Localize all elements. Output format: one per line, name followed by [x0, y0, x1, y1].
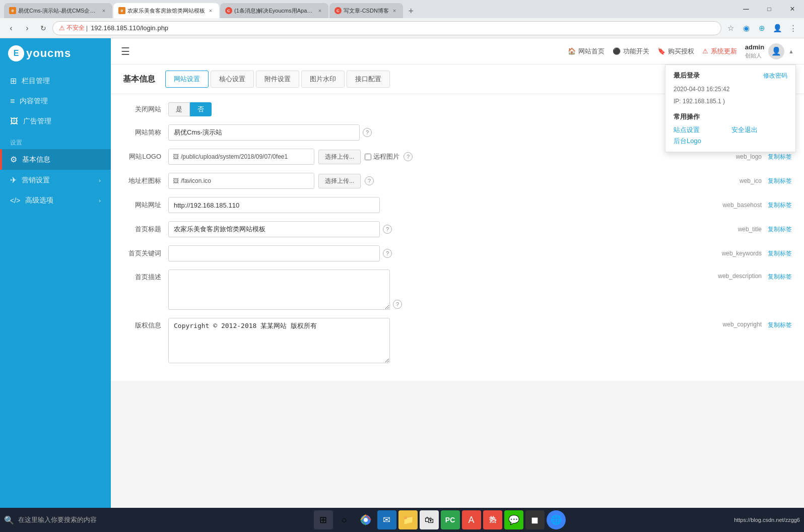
taskbar-chrome-app-icon[interactable]	[356, 510, 375, 529]
taskbar-wechat-icon[interactable]: 💬	[504, 510, 523, 529]
favicon-help-icon[interactable]: ?	[365, 176, 374, 185]
tab-1[interactable]: e 易优Cms-演示站-易优CMS企业... ×	[4, 3, 112, 18]
description-field: ?	[168, 270, 402, 310]
bookmark-icon[interactable]: ☆	[723, 21, 738, 35]
copyright-textarea[interactable]: Copyright © 2012-2018 某某网站 版权所有	[168, 318, 390, 363]
header-user[interactable]: admin 创始人 👤 ▲	[745, 43, 794, 59]
tab4-favicon: C	[334, 7, 342, 14]
dropdown-safe-logout[interactable]: 安全退出	[731, 125, 787, 135]
taskbar-globe-icon[interactable]: 🌐	[547, 510, 566, 529]
tab2-close[interactable]: ×	[207, 7, 214, 14]
favicon-upload-btn[interactable]: 选择上传...	[318, 174, 361, 188]
more-options-icon[interactable]: ⋮	[786, 21, 800, 35]
dropdown-site-settings[interactable]: 站点设置	[674, 125, 729, 135]
favicon-label: 地址栏图标	[123, 176, 168, 185]
tab3-close[interactable]: ×	[316, 7, 323, 14]
tab-attachment-settings[interactable]: 附件设置	[256, 71, 299, 88]
home-title-input[interactable]	[168, 221, 380, 237]
taskbar-dark-app-icon[interactable]: ◼	[525, 510, 545, 529]
copyright-label: 版权信息	[123, 318, 168, 330]
close-site-no-btn[interactable]: 否	[190, 102, 212, 116]
tabs-bar: 网站设置 核心设置 附件设置 图片水印 接口配置	[165, 71, 390, 88]
close-button[interactable]: ×	[781, 1, 804, 17]
sidebar-item-advanced[interactable]: </> 高级选项 ›	[0, 190, 111, 211]
taskbar-store-icon[interactable]: 🛍	[420, 510, 439, 529]
tab-3[interactable]: C (1条消息)解决Eyoucms用Apach... ×	[220, 3, 328, 18]
reload-button[interactable]: ↻	[36, 21, 50, 35]
favicon-right-tags: web_ico 复制标签	[740, 177, 792, 185]
favicon-copy-tag[interactable]: 复制标签	[768, 177, 792, 185]
taskbar-red-app-icon[interactable]: 热	[483, 510, 502, 529]
header-action-home[interactable]: 🏠 网站首页	[568, 47, 605, 56]
top-header: ☰ 🏠 网站首页 ⚫ 功能开关 🔖 购买授权 ⚠ 系统更新	[111, 38, 804, 64]
sidebar-item-ads[interactable]: 🖼 广告管理	[0, 111, 111, 131]
site-url-input[interactable]	[168, 197, 380, 213]
title-copy-tag[interactable]: 复制标签	[768, 225, 792, 234]
tab-core-settings[interactable]: 核心设置	[211, 71, 254, 88]
taskbar-start-icon[interactable]: ⊞	[314, 510, 333, 529]
header-action-feature[interactable]: ⚫ 功能开关	[613, 47, 649, 56]
desc-copy-tag[interactable]: 复制标签	[768, 273, 792, 281]
header-action-license[interactable]: 🔖 购买授权	[657, 47, 694, 56]
tab4-close[interactable]: ×	[391, 7, 398, 14]
favicon-path-text: /favicon.ico	[181, 177, 211, 184]
back-button[interactable]: ‹	[4, 21, 18, 35]
copyright-copy-tag[interactable]: 复制标签	[768, 321, 792, 329]
taskbar-folder-icon[interactable]: 📁	[398, 510, 418, 529]
logo-help-icon[interactable]: ?	[404, 152, 413, 161]
tab-api-settings[interactable]: 接口配置	[347, 71, 390, 88]
close-site-yes-btn[interactable]: 是	[168, 102, 190, 116]
logo-right-tags: web_logo 复制标签	[736, 153, 792, 161]
tab-site-settings[interactable]: 网站设置	[165, 71, 209, 88]
warning-text: 不安全	[66, 24, 85, 32]
taskbar-mail-icon[interactable]: ✉	[377, 510, 396, 529]
sidebar-item-marketing[interactable]: ✈ 营销设置 ›	[0, 170, 111, 190]
header-action-update[interactable]: ⚠ 系统更新	[702, 47, 737, 56]
tab-4[interactable]: C 写文章-CSDN博客 ×	[329, 3, 403, 18]
tab1-close[interactable]: ×	[100, 7, 107, 14]
forward-button[interactable]: ›	[20, 21, 34, 35]
home-icon: 🏠	[568, 47, 576, 55]
new-tab-button[interactable]: +	[404, 4, 418, 18]
description-label: 首页描述	[123, 270, 168, 282]
user-profile-icon[interactable]: 👤	[770, 21, 784, 35]
remote-img-label[interactable]: 远程图片	[365, 152, 399, 161]
user-name: admin	[745, 43, 764, 52]
taskbar-search-app-icon[interactable]: ○	[335, 510, 354, 529]
tab-2[interactable]: e 农家乐美食客房旅馆类网站模板 ×	[113, 3, 219, 18]
keywords-help-icon[interactable]: ?	[383, 249, 392, 258]
user-info: admin 创始人	[745, 43, 764, 59]
logo-upload-btn[interactable]: 选择上传...	[318, 150, 361, 164]
address-bar[interactable]: ⚠ 不安全 | 192.168.185.110/login.php	[52, 21, 721, 35]
feature-label: 功能开关	[623, 47, 649, 56]
extensions-icon[interactable]: ⊕	[755, 21, 769, 35]
keywords-input[interactable]	[168, 245, 380, 261]
sidebar-item-category[interactable]: ⊞ 栏目管理	[0, 71, 111, 91]
taskbar-pc-icon[interactable]: PC	[441, 510, 460, 529]
home-title-help-icon[interactable]: ?	[383, 225, 392, 234]
browser-frame: e 易优Cms-演示站-易优CMS企业... × e 农家乐美食客房旅馆类网站模…	[0, 0, 804, 532]
site-name-field: ?	[168, 124, 372, 141]
taskbar-pdf-icon[interactable]: A	[462, 510, 481, 529]
taskbar-search-area[interactable]: 🔍 在这里输入你要搜索的内容	[4, 515, 145, 525]
dropdown-backend-logo[interactable]: 后台Logo	[674, 137, 729, 146]
description-help-icon[interactable]: ?	[393, 300, 402, 309]
chrome-icon[interactable]: ◉	[739, 21, 753, 35]
site-name-help-icon[interactable]: ?	[363, 128, 372, 137]
url-var-tag: web_basehost	[723, 202, 762, 209]
logo-copy-tag[interactable]: 复制标签	[768, 153, 792, 161]
sidebar-item-content[interactable]: ≡ 内容管理	[0, 91, 111, 111]
description-textarea[interactable]	[168, 270, 390, 310]
url-copy-tag[interactable]: 复制标签	[768, 201, 792, 210]
minimize-button[interactable]: ─	[734, 1, 758, 17]
keywords-copy-tag[interactable]: 复制标签	[768, 249, 792, 258]
tab2-title: 农家乐美食客房旅馆类网站模板	[127, 7, 205, 15]
tab-watermark[interactable]: 图片水印	[301, 71, 345, 88]
sidebar-item-basic[interactable]: ⚙ 基本信息	[0, 149, 111, 170]
remote-img-checkbox[interactable]	[365, 154, 371, 160]
modify-password-link[interactable]: 修改密码	[763, 72, 787, 80]
site-url-field	[168, 197, 380, 213]
site-short-name-input[interactable]	[168, 124, 360, 141]
maximize-button[interactable]: □	[758, 1, 781, 17]
hamburger-menu-icon[interactable]: ☰	[121, 45, 130, 57]
